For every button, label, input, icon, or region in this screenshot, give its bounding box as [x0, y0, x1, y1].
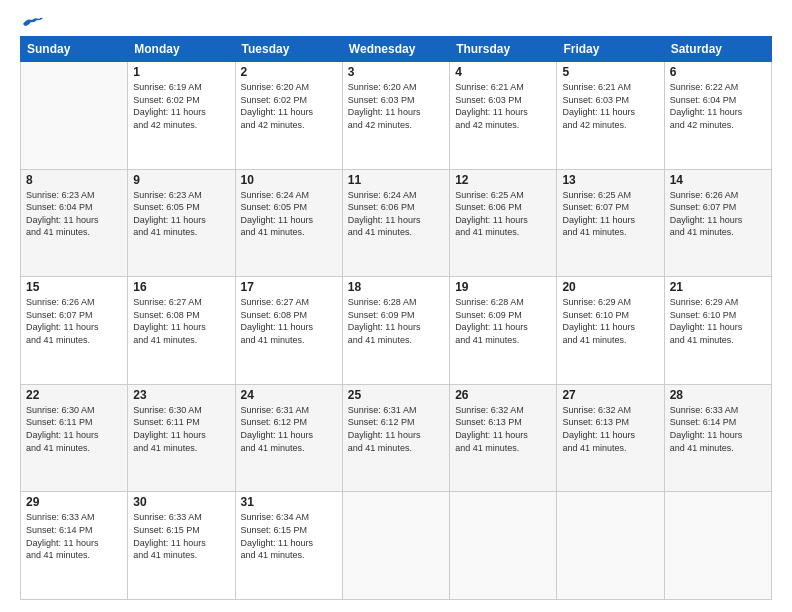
- calendar-day-cell: 4Sunrise: 6:21 AMSunset: 6:03 PMDaylight…: [450, 62, 557, 170]
- calendar-day-cell: 8Sunrise: 6:23 AMSunset: 6:04 PMDaylight…: [21, 169, 128, 277]
- calendar-day-header: Thursday: [450, 37, 557, 62]
- day-number: 16: [133, 280, 229, 294]
- calendar-week-row: 1Sunrise: 6:19 AMSunset: 6:02 PMDaylight…: [21, 62, 772, 170]
- day-info: Sunrise: 6:23 AMSunset: 6:04 PMDaylight:…: [26, 189, 122, 239]
- day-number: 6: [670, 65, 766, 79]
- day-number: 5: [562, 65, 658, 79]
- day-number: 13: [562, 173, 658, 187]
- day-info: Sunrise: 6:28 AMSunset: 6:09 PMDaylight:…: [348, 296, 444, 346]
- day-number: 3: [348, 65, 444, 79]
- calendar-day-cell: 20Sunrise: 6:29 AMSunset: 6:10 PMDayligh…: [557, 277, 664, 385]
- day-number: 24: [241, 388, 337, 402]
- day-number: 28: [670, 388, 766, 402]
- calendar-day-cell: 10Sunrise: 6:24 AMSunset: 6:05 PMDayligh…: [235, 169, 342, 277]
- calendar-day-cell: [342, 492, 449, 600]
- calendar-day-cell: 29Sunrise: 6:33 AMSunset: 6:14 PMDayligh…: [21, 492, 128, 600]
- day-info: Sunrise: 6:31 AMSunset: 6:12 PMDaylight:…: [348, 404, 444, 454]
- day-info: Sunrise: 6:24 AMSunset: 6:06 PMDaylight:…: [348, 189, 444, 239]
- day-number: 4: [455, 65, 551, 79]
- day-info: Sunrise: 6:27 AMSunset: 6:08 PMDaylight:…: [241, 296, 337, 346]
- day-number: 31: [241, 495, 337, 509]
- calendar-day-cell: 1Sunrise: 6:19 AMSunset: 6:02 PMDaylight…: [128, 62, 235, 170]
- day-info: Sunrise: 6:20 AMSunset: 6:02 PMDaylight:…: [241, 81, 337, 131]
- calendar-day-cell: 23Sunrise: 6:30 AMSunset: 6:11 PMDayligh…: [128, 384, 235, 492]
- day-info: Sunrise: 6:21 AMSunset: 6:03 PMDaylight:…: [455, 81, 551, 131]
- calendar-day-cell: 18Sunrise: 6:28 AMSunset: 6:09 PMDayligh…: [342, 277, 449, 385]
- calendar-day-cell: 25Sunrise: 6:31 AMSunset: 6:12 PMDayligh…: [342, 384, 449, 492]
- calendar-day-cell: [557, 492, 664, 600]
- day-info: Sunrise: 6:32 AMSunset: 6:13 PMDaylight:…: [455, 404, 551, 454]
- logo-bird-icon: [21, 16, 43, 32]
- day-number: 15: [26, 280, 122, 294]
- calendar-page: SundayMondayTuesdayWednesdayThursdayFrid…: [0, 0, 792, 612]
- calendar-day-cell: 6Sunrise: 6:22 AMSunset: 6:04 PMDaylight…: [664, 62, 771, 170]
- calendar-day-cell: 15Sunrise: 6:26 AMSunset: 6:07 PMDayligh…: [21, 277, 128, 385]
- day-number: 1: [133, 65, 229, 79]
- day-info: Sunrise: 6:34 AMSunset: 6:15 PMDaylight:…: [241, 511, 337, 561]
- calendar-day-cell: 31Sunrise: 6:34 AMSunset: 6:15 PMDayligh…: [235, 492, 342, 600]
- day-number: 23: [133, 388, 229, 402]
- day-info: Sunrise: 6:26 AMSunset: 6:07 PMDaylight:…: [26, 296, 122, 346]
- calendar-day-cell: 5Sunrise: 6:21 AMSunset: 6:03 PMDaylight…: [557, 62, 664, 170]
- calendar-day-header: Wednesday: [342, 37, 449, 62]
- day-info: Sunrise: 6:21 AMSunset: 6:03 PMDaylight:…: [562, 81, 658, 131]
- calendar-day-cell: 16Sunrise: 6:27 AMSunset: 6:08 PMDayligh…: [128, 277, 235, 385]
- day-number: 10: [241, 173, 337, 187]
- day-info: Sunrise: 6:32 AMSunset: 6:13 PMDaylight:…: [562, 404, 658, 454]
- calendar-day-cell: 24Sunrise: 6:31 AMSunset: 6:12 PMDayligh…: [235, 384, 342, 492]
- day-number: 29: [26, 495, 122, 509]
- calendar-header-row: SundayMondayTuesdayWednesdayThursdayFrid…: [21, 37, 772, 62]
- calendar-day-header: Tuesday: [235, 37, 342, 62]
- calendar-day-cell: 19Sunrise: 6:28 AMSunset: 6:09 PMDayligh…: [450, 277, 557, 385]
- calendar-day-header: Sunday: [21, 37, 128, 62]
- day-number: 2: [241, 65, 337, 79]
- day-number: 11: [348, 173, 444, 187]
- day-info: Sunrise: 6:19 AMSunset: 6:02 PMDaylight:…: [133, 81, 229, 131]
- day-number: 26: [455, 388, 551, 402]
- calendar-week-row: 8Sunrise: 6:23 AMSunset: 6:04 PMDaylight…: [21, 169, 772, 277]
- calendar-day-cell: [450, 492, 557, 600]
- day-number: 20: [562, 280, 658, 294]
- calendar-day-header: Saturday: [664, 37, 771, 62]
- day-info: Sunrise: 6:23 AMSunset: 6:05 PMDaylight:…: [133, 189, 229, 239]
- calendar-day-cell: [21, 62, 128, 170]
- day-number: 21: [670, 280, 766, 294]
- day-info: Sunrise: 6:30 AMSunset: 6:11 PMDaylight:…: [26, 404, 122, 454]
- calendar-day-cell: 2Sunrise: 6:20 AMSunset: 6:02 PMDaylight…: [235, 62, 342, 170]
- day-info: Sunrise: 6:26 AMSunset: 6:07 PMDaylight:…: [670, 189, 766, 239]
- day-info: Sunrise: 6:27 AMSunset: 6:08 PMDaylight:…: [133, 296, 229, 346]
- calendar-day-cell: 9Sunrise: 6:23 AMSunset: 6:05 PMDaylight…: [128, 169, 235, 277]
- day-info: Sunrise: 6:29 AMSunset: 6:10 PMDaylight:…: [670, 296, 766, 346]
- day-number: 17: [241, 280, 337, 294]
- header: [20, 16, 772, 28]
- day-number: 19: [455, 280, 551, 294]
- day-info: Sunrise: 6:28 AMSunset: 6:09 PMDaylight:…: [455, 296, 551, 346]
- day-info: Sunrise: 6:22 AMSunset: 6:04 PMDaylight:…: [670, 81, 766, 131]
- day-info: Sunrise: 6:33 AMSunset: 6:14 PMDaylight:…: [670, 404, 766, 454]
- calendar-day-cell: 11Sunrise: 6:24 AMSunset: 6:06 PMDayligh…: [342, 169, 449, 277]
- day-info: Sunrise: 6:24 AMSunset: 6:05 PMDaylight:…: [241, 189, 337, 239]
- calendar-day-header: Monday: [128, 37, 235, 62]
- calendar-day-cell: 17Sunrise: 6:27 AMSunset: 6:08 PMDayligh…: [235, 277, 342, 385]
- day-info: Sunrise: 6:25 AMSunset: 6:07 PMDaylight:…: [562, 189, 658, 239]
- calendar-day-cell: 26Sunrise: 6:32 AMSunset: 6:13 PMDayligh…: [450, 384, 557, 492]
- day-number: 30: [133, 495, 229, 509]
- day-number: 12: [455, 173, 551, 187]
- day-number: 27: [562, 388, 658, 402]
- calendar-day-cell: 28Sunrise: 6:33 AMSunset: 6:14 PMDayligh…: [664, 384, 771, 492]
- calendar-day-cell: [664, 492, 771, 600]
- day-number: 14: [670, 173, 766, 187]
- calendar-day-cell: 12Sunrise: 6:25 AMSunset: 6:06 PMDayligh…: [450, 169, 557, 277]
- calendar-table: SundayMondayTuesdayWednesdayThursdayFrid…: [20, 36, 772, 600]
- calendar-day-cell: 21Sunrise: 6:29 AMSunset: 6:10 PMDayligh…: [664, 277, 771, 385]
- day-info: Sunrise: 6:31 AMSunset: 6:12 PMDaylight:…: [241, 404, 337, 454]
- calendar-day-cell: 22Sunrise: 6:30 AMSunset: 6:11 PMDayligh…: [21, 384, 128, 492]
- logo-area: [20, 16, 44, 28]
- calendar-week-row: 15Sunrise: 6:26 AMSunset: 6:07 PMDayligh…: [21, 277, 772, 385]
- day-number: 8: [26, 173, 122, 187]
- day-info: Sunrise: 6:33 AMSunset: 6:14 PMDaylight:…: [26, 511, 122, 561]
- day-number: 18: [348, 280, 444, 294]
- calendar-day-cell: 13Sunrise: 6:25 AMSunset: 6:07 PMDayligh…: [557, 169, 664, 277]
- calendar-day-cell: 3Sunrise: 6:20 AMSunset: 6:03 PMDaylight…: [342, 62, 449, 170]
- day-info: Sunrise: 6:33 AMSunset: 6:15 PMDaylight:…: [133, 511, 229, 561]
